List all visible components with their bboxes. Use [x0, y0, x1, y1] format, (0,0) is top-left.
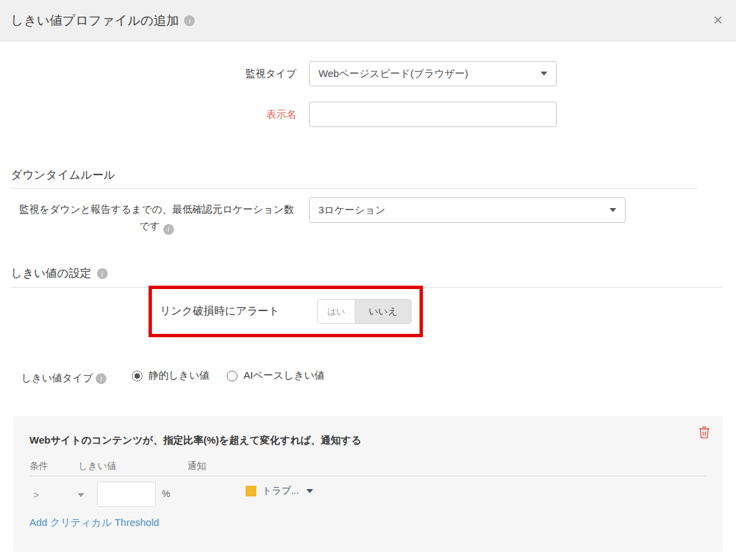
highlight-box: リンク破損時にアラート はい いいえ [149, 286, 423, 337]
radio-selected-icon [132, 371, 143, 381]
panel-title: Webサイトのコンテンツが、指定比率(%)を超えて変化すれば、通知する [29, 434, 361, 447]
radio-static-threshold[interactable]: 静的しきい値 [132, 369, 209, 382]
broken-link-alert-toggle: はい いいえ [317, 299, 411, 324]
monitor-type-select[interactable]: Webページスピード(ブラウザー) [309, 61, 557, 86]
chevron-down-icon [78, 493, 84, 497]
threshold-type-label: しきい値タイプ i [21, 372, 106, 385]
min-locations-value: 3ロケーション [318, 204, 385, 217]
monitor-type-label: 監視タイプ [11, 68, 296, 80]
downtime-section-title: ダウンタイムルール [11, 167, 115, 183]
trouble-color-swatch [246, 486, 256, 496]
threshold-type-radio-group: 静的しきい値 AIベースしきい値 [132, 369, 325, 382]
threshold-table-header: 条件 しきい値 通知 [29, 456, 707, 476]
threshold-section-title: しきい値の設定 i [11, 266, 108, 281]
min-locations-select[interactable]: 3ロケーション [309, 197, 626, 223]
broken-link-alert-label: リンク破損時にアラート [160, 304, 280, 318]
threshold-value-input[interactable] [97, 482, 156, 507]
add-critical-threshold-link[interactable]: Add クリティカル Threshold [29, 517, 159, 529]
dialog-header: しきい値プロファイルの追加 i × [0, 0, 736, 41]
toggle-option-yes[interactable]: はい [318, 300, 355, 323]
info-icon[interactable]: i [96, 373, 106, 384]
notification-value: トラブ... [262, 485, 299, 497]
chevron-down-icon [541, 72, 547, 76]
percent-unit-label: % [162, 488, 170, 499]
dialog-title: しきい値プロファイルの追加 [11, 12, 179, 29]
condition-select[interactable]: > [29, 482, 88, 507]
radio-ai-threshold[interactable]: AIベースしきい値 [227, 369, 325, 382]
info-icon[interactable]: i [184, 15, 195, 26]
condition-value: > [33, 490, 39, 500]
info-icon[interactable]: i [97, 268, 108, 279]
radio-unselected-icon [227, 371, 238, 381]
chevron-down-icon [610, 208, 616, 212]
monitor-type-value: Webページスピード(ブラウザー) [318, 68, 468, 80]
column-condition: 条件 [29, 460, 78, 472]
display-name-label: 表示名 [11, 108, 296, 121]
trash-icon[interactable] [699, 426, 711, 440]
add-threshold-profile-dialog: しきい値プロファイルの追加 i × 監視タイプ Webページスピード(ブラウザー… [0, 0, 736, 560]
column-notification: 通知 [187, 460, 206, 472]
threshold-rule-panel: Webサイトのコンテンツが、指定比率(%)を超えて変化すれば、通知する 条件 し… [13, 416, 723, 552]
min-locations-label: 監視をダウンと報告するまでの、最低確認元ロケーション数ですi [16, 201, 297, 235]
close-icon[interactable]: × [713, 11, 723, 29]
column-threshold: しきい値 [78, 460, 187, 472]
section-divider [11, 188, 698, 189]
display-name-input[interactable] [309, 102, 557, 127]
notification-select[interactable]: トラブ... [246, 485, 313, 497]
chevron-down-icon [306, 489, 313, 493]
toggle-option-no[interactable]: いいえ [355, 300, 411, 323]
info-icon[interactable]: i [163, 224, 174, 235]
